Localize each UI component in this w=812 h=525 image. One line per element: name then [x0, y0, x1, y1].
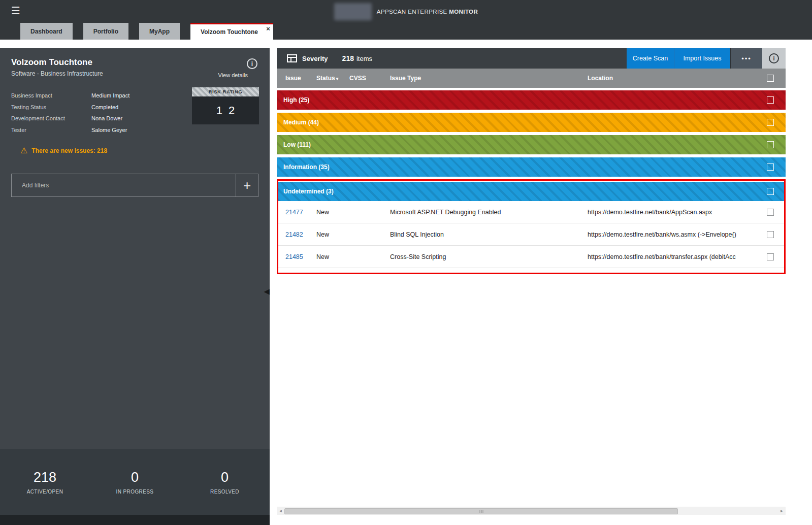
scroll-right-icon[interactable]: ►	[778, 509, 786, 513]
scrollbar-track[interactable]	[284, 507, 778, 515]
risk-rating-label: RISK RATING	[192, 87, 259, 96]
issue-status: New	[316, 209, 349, 216]
group-checkbox[interactable]	[767, 163, 774, 171]
more-actions-button[interactable]: •••	[730, 48, 762, 69]
column-issue-type[interactable]: Issue Type	[390, 75, 588, 82]
tab-dashboard[interactable]: Dashboard	[20, 23, 73, 40]
issue-status: New	[316, 231, 349, 238]
panel-footer-strip	[0, 515, 270, 525]
row-checkbox[interactable]	[767, 231, 774, 238]
column-location[interactable]: Location	[588, 75, 767, 82]
sort-down-icon: ▾	[336, 76, 339, 81]
panel-info-button[interactable]: i	[762, 48, 786, 69]
issue-location: https://demo.testfire.net/bank/transfer.…	[588, 253, 767, 260]
application-subtitle: Software - Business Infrastructure	[11, 70, 103, 77]
issue-location: https://demo.testfire.net/bank/ws.asmx (…	[588, 231, 767, 238]
issue-row[interactable]: 21477 New Microsoft ASP.NET Debugging En…	[278, 201, 784, 223]
issue-id-link[interactable]: 21482	[285, 231, 316, 238]
group-label: High (25)	[283, 96, 309, 104]
field-value: Salome Geyer	[91, 127, 127, 133]
items-count-label: items	[356, 55, 372, 62]
add-filters-input[interactable]	[11, 174, 236, 197]
undetermined-highlight-box: Undetermined (3) 21477 New Microsoft ASP…	[277, 179, 786, 274]
stat-label: IN PROGRESS	[90, 489, 180, 495]
warning-icon: ⚠	[20, 147, 27, 155]
group-checkbox[interactable]	[767, 141, 774, 148]
issue-row[interactable]: 21482 New Blind SQL Injection https://de…	[278, 223, 784, 246]
severity-group-medium[interactable]: Medium (44)	[277, 113, 786, 132]
collapse-panel-icon[interactable]: ◀	[264, 287, 270, 296]
field-tester: Tester Salome Geyer	[11, 124, 179, 136]
import-issues-button[interactable]: Import Issues	[674, 48, 730, 69]
table-header: Issue Status▾ CVSS Issue Type Location	[277, 69, 786, 88]
column-status[interactable]: Status▾	[316, 75, 349, 82]
select-all-checkbox[interactable]	[767, 75, 774, 82]
application-title: Volzoom Touchtone	[11, 57, 92, 68]
severity-group-high[interactable]: High (25)	[277, 90, 786, 110]
stat-value: 0	[90, 470, 180, 485]
group-by-label[interactable]: Severity	[302, 55, 328, 62]
field-label: Tester	[11, 127, 91, 133]
stat-label: ACTIVE/OPEN	[0, 489, 90, 495]
severity-group-information[interactable]: Information (35)	[277, 157, 786, 177]
issue-location: https://demo.testfire.net/bank/AppScan.a…	[588, 209, 767, 216]
filters-bar: +	[11, 174, 258, 197]
group-by-icon	[287, 54, 297, 62]
scrollbar-grip	[479, 510, 483, 513]
issues-toolbar: Severity 218 items Create Scan Import Is…	[277, 48, 786, 69]
field-value: Nona Dower	[91, 115, 122, 121]
group-checkbox[interactable]	[767, 188, 774, 195]
stat-value: 0	[180, 470, 270, 485]
new-issues-warning: ⚠ There are new issues: 218	[20, 147, 107, 155]
warning-text: There are new issues: 218	[31, 147, 107, 154]
scrollbar-thumb[interactable]	[284, 508, 678, 514]
tab-volzoom-touchtone[interactable]: Volzoom Touchtone ×	[190, 23, 273, 40]
issue-id-link[interactable]: 21485	[285, 253, 316, 260]
field-value: Medium Impact	[91, 92, 129, 99]
issue-id-link[interactable]: 21477	[285, 209, 316, 216]
group-label: Information (35)	[283, 163, 330, 171]
close-tab-icon[interactable]: ×	[266, 25, 270, 32]
stat-resolved: 0 RESOLVED	[180, 470, 270, 495]
field-testing-status: Testing Status Completed	[11, 102, 179, 113]
info-icon: i	[769, 53, 779, 63]
column-cvss[interactable]: CVSS	[349, 75, 390, 82]
app-title-text: APPSCAN ENTERPRISE	[377, 9, 447, 15]
severity-group-low[interactable]: Low (111)	[277, 135, 786, 154]
tab-portfolio[interactable]: Portfolio	[83, 23, 128, 40]
group-checkbox[interactable]	[767, 119, 774, 126]
create-scan-button[interactable]: Create Scan	[627, 48, 674, 69]
field-value: Completed	[91, 104, 118, 110]
field-development-contact: Development Contact Nona Dower	[11, 113, 179, 124]
issue-row[interactable]: 21485 New Cross-Site Scripting https://d…	[278, 246, 784, 268]
column-issue[interactable]: Issue	[285, 75, 316, 82]
issue-type: Blind SQL Injection	[390, 231, 588, 238]
app-title-area: APPSCAN ENTERPRISE MONITOR	[0, 0, 812, 23]
scroll-left-icon[interactable]: ◄	[277, 509, 284, 513]
tab-myapp[interactable]: MyApp	[139, 23, 180, 40]
column-status-label: Status	[316, 75, 335, 82]
app-title-bold: MONITOR	[449, 9, 478, 15]
risk-rating-value: 12	[192, 96, 259, 124]
app-title: APPSCAN ENTERPRISE MONITOR	[377, 9, 478, 15]
tab-label: Volzoom Touchtone	[201, 28, 258, 36]
stat-label: RESOLVED	[180, 489, 270, 495]
info-icon[interactable]: i	[247, 58, 257, 69]
horizontal-scrollbar[interactable]: ◄ ►	[277, 507, 786, 515]
field-label: Development Contact	[11, 115, 91, 121]
stat-active-open: 218 ACTIVE/OPEN	[0, 470, 90, 495]
items-count: 218	[342, 54, 354, 62]
group-checkbox[interactable]	[767, 96, 774, 104]
row-checkbox[interactable]	[767, 253, 774, 260]
group-label: Undetermined (3)	[283, 188, 334, 195]
top-bar: ☰ APPSCAN ENTERPRISE MONITOR	[0, 0, 812, 23]
issue-type: Microsoft ASP.NET Debugging Enabled	[390, 209, 588, 216]
row-checkbox[interactable]	[767, 209, 774, 216]
add-filter-button[interactable]: +	[236, 174, 258, 197]
field-business-impact: Business Impact Medium Impact	[11, 90, 179, 102]
view-details-link[interactable]: View details	[218, 72, 248, 78]
issue-stats: 218 ACTIVE/OPEN 0 IN PROGRESS 0 RESOLVED	[0, 449, 270, 515]
stat-in-progress: 0 IN PROGRESS	[90, 470, 180, 495]
severity-group-undetermined[interactable]: Undetermined (3)	[278, 182, 784, 201]
stat-value: 218	[0, 470, 90, 485]
